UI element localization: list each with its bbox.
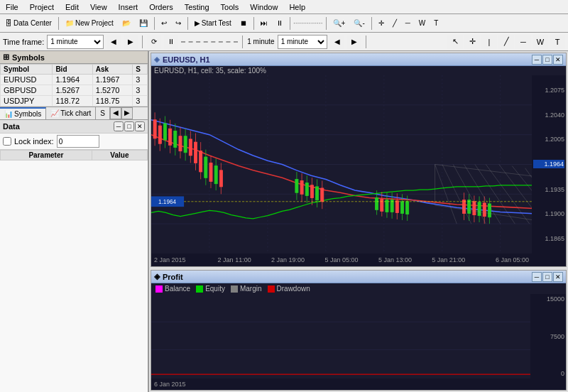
eurusd-chart-window: ◈ EURUSD, H1 ─ □ ✕ EURUSD, H1, cell: 35,… <box>151 53 567 267</box>
svg-rect-60 <box>395 201 398 213</box>
table-row[interactable]: GBPUSD 1.5267 1.5270 3 <box>1 85 148 96</box>
tf-nav-fwd[interactable]: ▶ <box>347 35 361 49</box>
menu-help[interactable]: Help <box>283 1 311 13</box>
chart-title-icon: ◈ <box>154 55 160 63</box>
svg-rect-16 <box>163 124 166 140</box>
table-row[interactable]: EURUSD 1.1964 1.1967 3 <box>1 75 148 85</box>
crosshair-mode-button[interactable]: ✛ <box>464 35 480 49</box>
draw-hline-button[interactable]: ─ <box>515 35 531 49</box>
tab-scroll-left[interactable]: ◀ <box>110 107 121 119</box>
svg-rect-32 <box>204 157 207 178</box>
tf-nav-back[interactable]: ◀ <box>330 35 344 49</box>
start-test-button[interactable]: ▶ Start Test <box>191 16 235 31</box>
save-button[interactable]: 💾 <box>136 16 151 31</box>
lock-label: Lock index: <box>14 137 54 146</box>
tf-sep-3 <box>366 36 366 48</box>
text-button[interactable]: W <box>415 16 429 31</box>
data-minimize-btn[interactable]: ─ <box>114 121 124 131</box>
lock-input[interactable] <box>57 135 99 148</box>
hline-button[interactable]: ─ <box>402 16 414 31</box>
menu-window[interactable]: Window <box>244 1 283 13</box>
svg-rect-62 <box>400 202 403 214</box>
menu-insert[interactable]: Insert <box>113 1 144 13</box>
bigtext-button[interactable]: T <box>430 16 442 31</box>
symbols-title: Symbols <box>12 53 45 62</box>
tab-symbols[interactable]: 📊 Symbols <box>0 107 46 119</box>
cursor-mode-button[interactable]: ↖ <box>447 35 463 49</box>
data-col-value[interactable]: Value <box>92 151 147 160</box>
svg-text:1.1964: 1.1964 <box>158 199 176 205</box>
menu-project[interactable]: Project <box>24 1 60 13</box>
tab-s[interactable]: S <box>96 107 110 119</box>
data-center-label: Data Center <box>13 19 52 27</box>
tf-right-select[interactable]: 1 minute 5 minutes 1 hour <box>278 35 327 49</box>
menu-view[interactable]: View <box>84 1 113 13</box>
tf-fwd-button[interactable]: ▶ <box>124 35 138 49</box>
menu-testing[interactable]: Testing <box>179 1 215 13</box>
profit-chart-area[interactable]: 15000 7500 0 <box>151 294 566 379</box>
margin-color <box>231 285 238 293</box>
col-s[interactable]: S <box>133 65 148 75</box>
chart-minimize-btn[interactable]: ─ <box>532 55 542 65</box>
tab-scroll-right[interactable]: ▶ <box>121 107 133 119</box>
save-icon: 💾 <box>139 19 148 27</box>
profit-close-btn[interactable]: ✕ <box>553 272 563 282</box>
col-bid[interactable]: Bid <box>53 65 92 75</box>
chart-content: EURUSD, H1, cell: 35, scale: 100% <box>151 66 566 266</box>
table-row[interactable]: USDJPY 118.72 118.75 3 <box>1 96 148 107</box>
tab-tick-chart[interactable]: 📈 Tick chart <box>46 107 96 119</box>
vline-button[interactable]: | <box>481 35 497 49</box>
tf-sep-2 <box>242 36 243 48</box>
profit-minimize-btn[interactable]: ─ <box>532 272 542 282</box>
time-label-1: 2 Jan 2015 <box>154 256 207 263</box>
text-tool-button[interactable]: W <box>532 35 548 49</box>
pause-button[interactable]: ⏸ <box>273 16 287 31</box>
menu-orders[interactable]: Orders <box>143 1 179 13</box>
crosshair-button[interactable]: ✛ <box>375 16 388 31</box>
toolbar-sep-3 <box>187 17 188 30</box>
tf-pause-btn[interactable]: ⏸ <box>164 35 178 49</box>
new-project-button[interactable]: 📁 New Project <box>62 16 117 31</box>
legend-balance: Balance <box>155 285 190 293</box>
undo-button[interactable]: ↩ <box>158 16 170 31</box>
lock-checkbox[interactable] <box>3 137 11 146</box>
col-ask[interactable]: Ask <box>92 65 132 75</box>
col-symbol[interactable]: Symbol <box>1 65 53 75</box>
speed-slider[interactable] <box>181 41 238 43</box>
chart-main-area[interactable]: 1.1964 1.2075 1.2040 1.2005 1.1964 1.193… <box>151 75 566 254</box>
data-controls: Lock index: <box>0 134 148 150</box>
data-close-btn[interactable]: ✕ <box>135 121 145 131</box>
open-button[interactable]: 📂 <box>119 16 134 31</box>
zoom-out-icon: 🔍- <box>354 19 364 27</box>
redo-button[interactable]: ↪ <box>172 16 185 31</box>
time-label-2: 2 Jan 11:00 <box>207 256 261 263</box>
timeframe-select[interactable]: 1 minute 5 minutes 15 minutes 1 hour <box>47 35 104 49</box>
tf-refresh-button[interactable]: ⟳ <box>147 35 161 49</box>
step-button[interactable]: ⏭ <box>257 16 271 31</box>
draw-line-button[interactable]: ╱ <box>498 35 514 49</box>
symbol-usdjpy: USDJPY <box>1 96 53 107</box>
zoom-out-button[interactable]: 🔍- <box>350 16 368 31</box>
menu-edit[interactable]: Edit <box>60 1 84 13</box>
svg-rect-54 <box>381 200 383 212</box>
big-text-tool-button[interactable]: T <box>550 35 565 49</box>
menu-tools[interactable]: Tools <box>215 1 245 13</box>
data-col-param[interactable]: Parameter <box>1 151 92 160</box>
stop-button[interactable]: ⏹ <box>236 16 251 31</box>
symbol-gbpusd: GBPUSD <box>1 85 53 96</box>
stop-icon: ⏹ <box>240 19 247 27</box>
toolbar-sep-5 <box>290 17 290 30</box>
data-center-button[interactable]: 🗄 Data Center <box>1 16 55 31</box>
current-price-label: 1.1964 <box>533 160 564 168</box>
svg-rect-42 <box>300 181 303 195</box>
data-maximize-btn[interactable]: □ <box>124 121 134 131</box>
zoom-in-button[interactable]: 🔍+ <box>329 16 349 31</box>
chart-maximize-btn[interactable]: □ <box>542 55 552 65</box>
chart-close-btn[interactable]: ✕ <box>553 55 563 65</box>
symbols-tab-icon: 📊 <box>4 110 13 118</box>
toolbar-sep-7 <box>371 17 372 30</box>
menu-file[interactable]: File <box>0 1 24 13</box>
line-button[interactable]: ╱ <box>389 16 400 31</box>
profit-maximize-btn[interactable]: □ <box>542 272 552 282</box>
tf-back-button[interactable]: ◀ <box>106 35 121 49</box>
